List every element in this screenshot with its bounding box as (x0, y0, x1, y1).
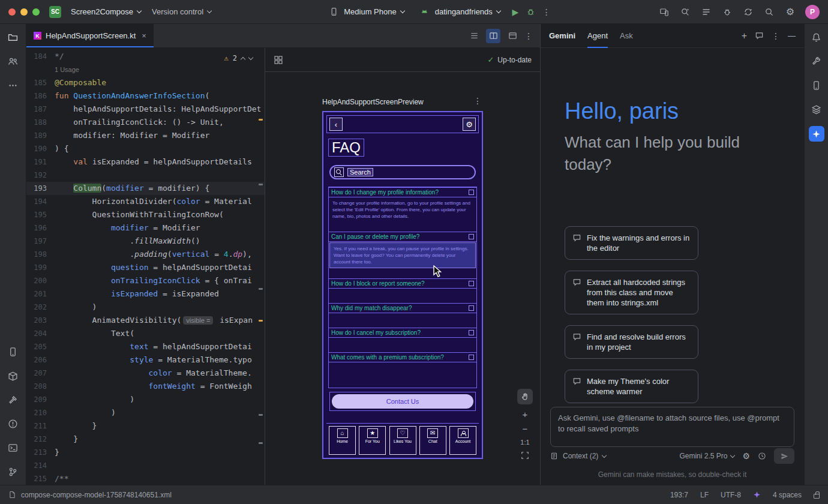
zoom-out-button[interactable]: − (523, 424, 528, 433)
nav-item-account[interactable]: Account (449, 426, 476, 455)
suggestion-card[interactable]: Extract all hardcoded strings from this … (565, 271, 698, 314)
nav-item-for-you[interactable]: ★For You (359, 426, 386, 455)
line-number[interactable]: 187 (26, 103, 47, 116)
faq-question-row[interactable]: Can I pause or delete my profile? (329, 232, 476, 242)
pull-requests-icon[interactable] (6, 54, 20, 68)
zoom-to-fit-button[interactable] (521, 451, 529, 460)
code-line[interactable]: 187 helpAndSupportDetails: HelpAndSuppor… (26, 103, 265, 116)
caret-position[interactable]: 193:7 (670, 491, 688, 499)
faq-expand-icon[interactable] (469, 330, 474, 335)
device-manager-icon[interactable] (658, 6, 670, 18)
code-line[interactable]: 207 color = MaterialTheme. (26, 367, 265, 380)
pan-tool-button[interactable] (517, 389, 533, 404)
faq-expand-icon[interactable] (469, 355, 474, 360)
code-line[interactable]: 197 .fillMaxWidth() (26, 235, 265, 248)
project-icon[interactable] (6, 30, 20, 44)
zoom-ratio-button[interactable]: 1:1 (520, 439, 529, 446)
line-number[interactable]: 202 (26, 301, 47, 314)
context-selector[interactable]: Context (2) (563, 452, 598, 460)
faq-expand-icon[interactable] (469, 305, 474, 311)
ai-spark-icon[interactable] (753, 491, 761, 499)
code-line[interactable]: 194 HorizontalDivider(color = Material (26, 195, 265, 208)
line-number[interactable]: 189 (26, 129, 47, 142)
more-actions-button[interactable]: ⋮ (541, 6, 553, 18)
debug-button[interactable] (525, 6, 537, 18)
faq-question-row[interactable]: How do I block or report someone? (329, 278, 476, 289)
search-everywhere-icon[interactable] (763, 6, 775, 18)
line-number[interactable]: 198 (26, 248, 47, 261)
line-number[interactable]: 214 (26, 459, 47, 472)
contact-us-button[interactable]: Contact Us (332, 394, 473, 409)
faq-question-row[interactable]: How do I cancel my subscription? (329, 328, 476, 338)
faq-question-row[interactable]: Why did my match disappear? (329, 303, 476, 313)
structure-icon[interactable] (700, 6, 712, 18)
code-line[interactable]: 196 modifier = Modifier (26, 221, 265, 235)
code-line[interactable]: 203 AnimatedVisibility(visible = isExpan (26, 314, 265, 327)
hide-panel-icon[interactable]: — (788, 31, 796, 40)
code-line[interactable]: 208 fontWeight = FontWeigh (26, 380, 265, 393)
line-number[interactable]: 192 (26, 169, 47, 182)
line-number[interactable]: 212 (26, 433, 47, 446)
code-line[interactable]: 1 Usage (26, 63, 265, 76)
close-window-button[interactable] (8, 8, 16, 16)
line-number[interactable]: 196 (26, 221, 47, 235)
code-line[interactable]: 209 ) (26, 393, 265, 406)
code-line[interactable]: 210 ) (26, 406, 265, 419)
preview-status[interactable]: ✓ Up-to-date (487, 55, 532, 64)
code-line[interactable]: 188 onTrailingIconClick: () -> Unit, (26, 116, 265, 129)
code-line[interactable]: 186fun QuestionAndAnswerInfoSection( (26, 89, 265, 103)
line-number[interactable]: 184 (26, 50, 47, 63)
vcs-selector[interactable]: Version control (146, 4, 217, 20)
minimize-window-button[interactable] (20, 8, 28, 16)
line-number[interactable]: 199 (26, 261, 47, 274)
prompt-history-icon[interactable] (758, 452, 766, 460)
run-button[interactable]: ▶ (509, 6, 521, 18)
editor-options-icon[interactable]: ⋮ (524, 31, 533, 41)
editor-tab-active[interactable]: K HelpAndSupportScreen.kt × (26, 24, 154, 47)
maximize-window-button[interactable] (32, 8, 40, 16)
line-number[interactable]: 194 (26, 195, 47, 208)
code-line[interactable]: 192 (26, 169, 265, 182)
line-number[interactable]: 207 (26, 367, 47, 380)
run-configuration-selector[interactable]: datingandfriends (413, 4, 506, 20)
preview-name[interactable]: HelpAndSupportScreenPreview (322, 98, 424, 106)
line-number[interactable]: 210 (26, 406, 47, 419)
code-line[interactable]: 212 } (26, 433, 265, 446)
faq-expand-icon[interactable] (469, 281, 474, 286)
prev-problem-icon[interactable] (241, 56, 245, 61)
line-number[interactable]: 203 (26, 314, 47, 327)
line-separator[interactable]: LF (700, 491, 709, 499)
line-number[interactable]: 204 (26, 327, 47, 340)
gradle-icon[interactable] (809, 54, 824, 68)
line-number[interactable]: 190 (26, 142, 47, 155)
line-number[interactable]: 209 (26, 393, 47, 406)
line-number[interactable]: 200 (26, 274, 47, 287)
code-line[interactable]: 189 modifier: Modifier = Modifier (26, 129, 265, 142)
settings-icon[interactable]: ⚙ (784, 6, 796, 18)
suggestion-card[interactable]: Fix the warnings and errors in the edito… (565, 226, 698, 260)
faq-question-row[interactable]: How do I change my profile information? (329, 187, 476, 197)
line-number[interactable]: 197 (26, 235, 47, 248)
code-line[interactable]: 215/** (26, 472, 265, 485)
more-toolwindows-icon[interactable] (6, 78, 20, 92)
tab-agent[interactable]: Agent (587, 24, 608, 48)
tab-ask[interactable]: Ask (620, 24, 633, 48)
close-tab-icon[interactable]: × (142, 31, 146, 40)
line-number[interactable]: 188 (26, 116, 47, 129)
zoom-in-button[interactable]: + (523, 410, 528, 419)
faq-expand-icon[interactable] (469, 234, 474, 239)
user-avatar[interactable]: P (805, 5, 820, 19)
nav-item-home[interactable]: ⌂Home (329, 426, 356, 455)
line-number[interactable]: 206 (26, 353, 47, 367)
line-number[interactable]: 213 (26, 446, 47, 459)
indent-setting[interactable]: 4 spaces (773, 491, 802, 499)
line-number[interactable]: 186 (26, 89, 47, 103)
sync-icon[interactable] (742, 6, 754, 18)
send-button[interactable] (774, 448, 794, 464)
code-line[interactable]: 199 question = helpAndSupportDetai (26, 261, 265, 274)
faq-search-field[interactable]: Search (329, 165, 476, 179)
line-number[interactable]: 185 (26, 76, 47, 89)
design-view-button[interactable] (505, 29, 520, 43)
line-number[interactable]: 195 (26, 208, 47, 221)
lock-icon[interactable] (814, 494, 820, 499)
